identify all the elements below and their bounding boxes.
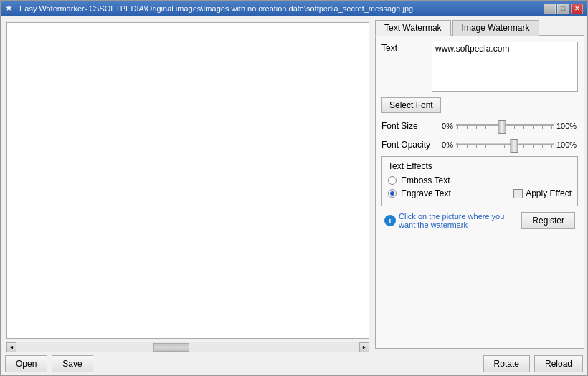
right-panel: Text Watermak Image Watermark Text Selec… (372, 16, 587, 352)
main-toolbar: Open Save Rotate Reload (1, 352, 587, 375)
image-panel[interactable]: www.softpedia.com SOFTPEDIA™ www.softped… (6, 22, 369, 339)
main-content: www.softpedia.com SOFTPEDIA™ www.softped… (1, 16, 587, 352)
text-row: Text (381, 42, 578, 92)
left-panel: www.softpedia.com SOFTPEDIA™ www.softped… (1, 16, 372, 352)
emboss-radio[interactable] (388, 176, 397, 185)
text-input[interactable] (432, 42, 578, 92)
font-opacity-track (456, 143, 554, 145)
scroll-track-h[interactable] (16, 342, 359, 352)
title-text: Easy Watermarker- C:\SOFTPEDIA\Original … (19, 4, 544, 13)
scroll-left-button[interactable]: ◄ (6, 342, 16, 352)
tab-bar: Text Watermak Image Watermark (375, 19, 584, 36)
title-bar: ★ Easy Watermarker- C:\SOFTPEDIA\Origina… (1, 1, 587, 16)
panel-bottom: i Click on the picture where you want th… (381, 209, 578, 232)
apply-effect-checkbox[interactable] (513, 189, 523, 198)
select-font-button[interactable]: Select Font (381, 97, 441, 113)
register-button[interactable]: Register (521, 212, 575, 229)
font-size-thumb[interactable] (498, 120, 506, 134)
font-opacity-label: Font Opacity (381, 140, 439, 150)
info-text: Click on the picture where you want the … (399, 212, 521, 229)
tab-text-watermark[interactable]: Text Watermak (375, 20, 451, 36)
font-size-track (456, 124, 554, 126)
font-size-min: 0% (439, 122, 453, 130)
close-button[interactable]: ✕ (571, 4, 583, 14)
app-icon: ★ (5, 3, 16, 14)
info-icon: i (384, 215, 396, 226)
engrave-row: Engrave Text Apply Effect (388, 188, 572, 198)
main-window: ★ Easy Watermarker- C:\SOFTPEDIA\Origina… (0, 0, 588, 376)
window-controls: ─ □ ✕ (544, 4, 583, 14)
engrave-label: Engrave Text (401, 188, 451, 198)
effects-group: Text Effects Emboss Text Engrave Text Ap… (381, 156, 578, 206)
effects-title: Text Effects (388, 161, 572, 171)
engrave-radio[interactable] (388, 189, 397, 198)
save-button[interactable]: Save (52, 355, 93, 372)
font-opacity-min: 0% (439, 140, 453, 149)
emboss-row: Emboss Text (388, 175, 572, 185)
scroll-right-button[interactable]: ► (359, 342, 369, 352)
emboss-label: Emboss Text (401, 175, 450, 185)
apply-effect-container[interactable]: Apply Effect (513, 188, 572, 198)
maximize-button[interactable]: □ (557, 4, 569, 14)
font-size-row: Font Size 0% (381, 119, 578, 133)
horizontal-scrollbar[interactable]: ◄ ► (6, 342, 369, 352)
rotate-button[interactable]: Rotate (483, 355, 530, 372)
font-opacity-row: Font Opacity 0% (381, 138, 578, 152)
tab-content: Text Select Font Font Size 0% (375, 36, 584, 349)
font-size-label: Font Size (381, 121, 439, 131)
scroll-thumb-h[interactable] (153, 343, 189, 352)
font-opacity-thumb[interactable] (511, 139, 518, 153)
font-size-slider[interactable] (456, 119, 554, 133)
apply-effect-label: Apply Effect (526, 188, 572, 198)
reload-button[interactable]: Reload (534, 355, 583, 372)
text-label: Text (381, 42, 432, 53)
minimize-button[interactable]: ─ (544, 4, 556, 14)
tab-image-watermark[interactable]: Image Watermark (452, 20, 539, 36)
open-button[interactable]: Open (5, 355, 47, 372)
info-bar: i Click on the picture where you want th… (384, 212, 521, 229)
font-opacity-slider[interactable] (456, 138, 554, 152)
font-opacity-max: 100% (556, 140, 578, 149)
font-size-max: 100% (556, 122, 578, 130)
font-opacity-ticks (456, 145, 554, 148)
